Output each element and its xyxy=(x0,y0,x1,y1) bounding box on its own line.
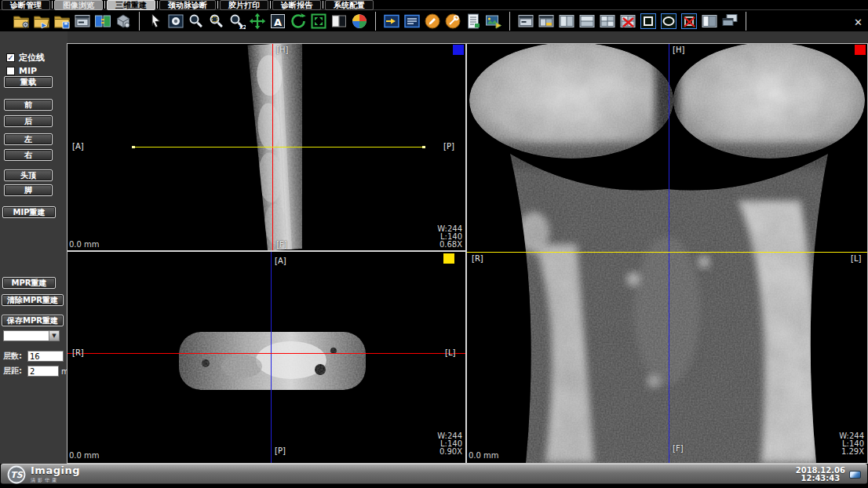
measure-pencil-icon[interactable] xyxy=(423,12,442,31)
viewport-sagittal[interactable]: [H] [A] [P] [F] W:244 L:140 0.68X 0.0 mm xyxy=(67,44,465,250)
orientation-label-left: [R] xyxy=(472,254,483,263)
orientation-label-right: [L] xyxy=(851,254,861,263)
zoom-value: 1.29X xyxy=(839,448,864,456)
crosshair-horizontal-line[interactable] xyxy=(133,147,424,147)
toolbar: x2A xyxy=(0,11,868,31)
locator-checkbox-box[interactable]: ✓ xyxy=(6,53,15,62)
toolbar-separator xyxy=(746,12,746,31)
zoom-value: 0.90X xyxy=(437,448,462,456)
toolbar-separator xyxy=(139,12,140,31)
zoom-region-icon[interactable] xyxy=(207,12,226,31)
tab-separator xyxy=(157,1,158,9)
back-button[interactable]: 后 xyxy=(4,115,53,127)
layout-left-panel-icon[interactable] xyxy=(700,12,719,31)
fit-screen-icon[interactable] xyxy=(309,12,328,31)
layout-2x2-icon[interactable] xyxy=(598,12,617,31)
spacing-input[interactable] xyxy=(27,366,59,377)
head-button[interactable]: 头顶 xyxy=(4,169,53,181)
time-text: 12:43:43 xyxy=(796,475,845,483)
cursor-icon[interactable] xyxy=(146,12,165,31)
tab-3d-reconstruction[interactable]: 三维重建 xyxy=(107,0,155,10)
viewport-coronal[interactable]: [H] [R] [L] [F] W:244 L:140 1.29X 0.0 mm xyxy=(467,44,867,463)
main-area: ✓ 定位线 ✓ MIP 重载 前 后 左 右 头顶 脚 MIP重建 MPR重建 … xyxy=(0,31,868,464)
zoom-2x-icon[interactable]: x2 xyxy=(228,12,246,31)
color-palette-icon[interactable] xyxy=(350,12,369,31)
mip-rebuild-button[interactable]: MIP重建 xyxy=(2,206,56,218)
svg-text:A: A xyxy=(274,16,282,28)
locator-checkbox-label: 定位线 xyxy=(19,52,45,64)
folder-save-icon[interactable] xyxy=(53,12,71,31)
frame-clear-icon[interactable] xyxy=(680,12,698,31)
invert-icon[interactable] xyxy=(330,12,348,31)
folder-open-icon[interactable] xyxy=(12,12,31,31)
svg-text:x2: x2 xyxy=(239,24,246,30)
tab-image-browse[interactable]: 图像浏览 xyxy=(54,0,103,10)
layout-custom-icon[interactable] xyxy=(537,12,556,31)
front-button[interactable]: 前 xyxy=(4,99,53,111)
tab-separator xyxy=(217,1,218,9)
layout-2row-icon[interactable] xyxy=(578,12,596,31)
annotation-a-icon[interactable]: A xyxy=(268,12,287,31)
mpr-ellipse-icon[interactable] xyxy=(659,12,678,31)
series-browse-icon[interactable] xyxy=(403,12,421,31)
tab-diagnosis-report[interactable]: 诊断报告 xyxy=(272,0,321,10)
slice-position: 0.0 mm xyxy=(69,451,100,460)
folder-import-icon[interactable] xyxy=(32,12,51,31)
preset-dropdown[interactable]: ▼ xyxy=(3,330,60,341)
reload-button[interactable]: 重载 xyxy=(4,76,53,88)
layers-input[interactable] xyxy=(27,351,64,362)
rotate-icon[interactable] xyxy=(289,12,308,31)
tab-carotid-diagnosis[interactable]: 颈动脉诊断 xyxy=(159,0,216,10)
foot-button[interactable]: 脚 xyxy=(4,184,53,196)
slice-position: 0.0 mm xyxy=(69,240,100,249)
cube-3d-icon[interactable] xyxy=(114,12,133,31)
orientation-label-left: [A] xyxy=(72,142,84,151)
tab-film-print[interactable]: 胶片打印 xyxy=(220,0,268,10)
mip-checkbox-box[interactable]: ✓ xyxy=(6,67,15,75)
split-view-icon[interactable] xyxy=(93,12,112,31)
dropdown-arrow-icon[interactable]: ▼ xyxy=(49,331,59,341)
close-icon[interactable]: ✕ xyxy=(854,17,863,27)
clear-mpr-button[interactable]: 清除MPR重建 xyxy=(2,294,64,306)
right-button[interactable]: 右 xyxy=(4,149,53,161)
series-forward-icon[interactable] xyxy=(382,12,401,31)
axial-mri-image xyxy=(67,252,465,463)
crosshair-horizontal-line[interactable] xyxy=(467,252,867,253)
datetime: 2018.12.06 12:43:43 xyxy=(796,467,845,483)
crosshair-vertical-line[interactable] xyxy=(669,44,669,463)
window-minus-icon[interactable] xyxy=(73,12,92,31)
layout-2col-icon[interactable] xyxy=(557,12,576,31)
tab-separator xyxy=(104,1,105,9)
layout-clear-icon[interactable] xyxy=(618,12,637,31)
locator-checkbox[interactable]: ✓ 定位线 xyxy=(6,52,45,64)
brand-logo: TS Imaging 清影华康 xyxy=(7,465,80,484)
line-endpoint[interactable] xyxy=(422,146,425,148)
orientation-label-top: [A] xyxy=(275,257,286,265)
toolbar-separator xyxy=(375,12,376,31)
crosshair-horizontal-line[interactable] xyxy=(67,353,465,354)
menubar: 诊断管理图像浏览三维重建颈动脉诊断胶片打印诊断报告系统配置 xyxy=(0,0,868,10)
crosshair-vertical-line[interactable] xyxy=(271,252,272,463)
tab-diagnosis-management[interactable]: 诊断管理 xyxy=(2,0,50,10)
viewport-axial[interactable]: [A] [R] [L] [P] W:244 L:140 0.90X 0.0 mm xyxy=(67,252,465,463)
export-image-icon[interactable] xyxy=(484,12,503,31)
mpr-rebuild-button[interactable]: MPR重建 xyxy=(2,277,56,289)
save-mpr-button[interactable]: 保存MPR重建 xyxy=(2,315,64,326)
window-level-icon[interactable] xyxy=(166,12,185,31)
tab-system-config[interactable]: 系统配置 xyxy=(325,0,374,10)
tools-icon[interactable] xyxy=(443,12,462,31)
viewport-color-marker xyxy=(453,45,464,55)
left-button[interactable]: 左 xyxy=(4,133,53,145)
zoom-icon[interactable] xyxy=(187,12,206,31)
brand-subtitle: 清影华康 xyxy=(31,475,80,484)
report-list-icon[interactable] xyxy=(464,12,483,31)
pan-icon[interactable] xyxy=(248,12,267,31)
slice-position: 0.0 mm xyxy=(469,451,499,460)
layout-single-icon[interactable] xyxy=(516,12,535,31)
line-endpoint[interactable] xyxy=(132,146,135,148)
mip-checkbox[interactable]: ✓ MIP xyxy=(6,66,37,76)
cascade-icon[interactable] xyxy=(720,12,739,31)
viewport-color-marker xyxy=(855,45,866,55)
orientation-label-bottom: [F] xyxy=(276,240,287,249)
mpr-frame-icon[interactable] xyxy=(639,12,658,31)
